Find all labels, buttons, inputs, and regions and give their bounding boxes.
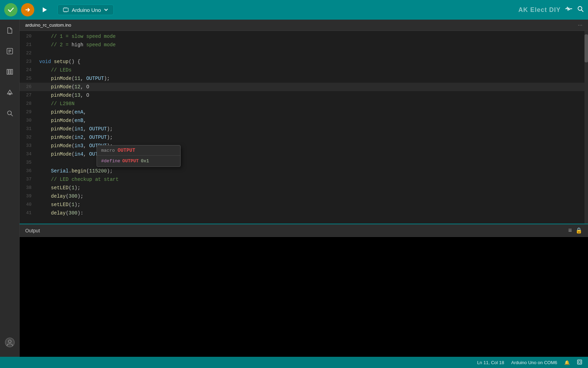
upload-button[interactable] <box>21 3 34 16</box>
svg-line-10 <box>581 10 583 12</box>
output-body <box>20 237 588 357</box>
table-row: 22 <box>20 49 588 57</box>
file-tab-more[interactable]: ⋯ <box>578 22 582 28</box>
chevron-down-icon <box>104 7 108 12</box>
table-row: 28 // L298N <box>20 100 588 108</box>
autocomplete-define-item[interactable]: #define OUTPUT 0x1 <box>101 158 176 164</box>
notification-bell-icon[interactable]: 🔔 <box>564 360 570 365</box>
sidebar-item-boards[interactable] <box>4 87 16 101</box>
scrollbar-thumb[interactable] <box>584 34 588 62</box>
output-header: Output ≡ 🔒 <box>20 224 588 237</box>
sidebar-item-library[interactable] <box>4 66 16 80</box>
debug-button[interactable] <box>38 3 51 16</box>
code-lines: 20 // 1 = slow speed mode 21 // 2 = high… <box>20 31 588 219</box>
table-row: 30 pinMode(enB, <box>20 116 588 125</box>
verify-button[interactable] <box>4 3 18 16</box>
toolbar: Arduino Uno AK Elect DIY <box>0 0 588 20</box>
board-port-status: Arduino Uno on COM6 <box>511 360 557 365</box>
autocomplete-type: macro <box>101 148 115 153</box>
code-editor[interactable]: 20 // 1 = slow speed mode 21 // 2 = high… <box>20 31 588 224</box>
file-tab-name: arduino_rc_custom.ino <box>25 22 71 28</box>
table-row: 32 pinMode(in2, OUTPUT); <box>20 133 588 142</box>
svg-rect-23 <box>578 360 582 364</box>
board-name: Arduino Uno <box>72 7 101 13</box>
main-area: arduino_rc_custom.ino ⋯ 20 // 1 = slow s… <box>0 20 588 357</box>
svg-rect-16 <box>9 69 10 74</box>
table-row: 27 pinMode(13, O <box>20 91 588 100</box>
svg-point-21 <box>5 338 14 347</box>
search-top-button[interactable] <box>577 5 584 14</box>
svg-line-20 <box>11 114 13 116</box>
vertical-scrollbar[interactable] <box>584 31 588 224</box>
sidebar-item-search[interactable] <box>4 107 16 122</box>
user-avatar[interactable] <box>3 335 17 352</box>
file-tab: arduino_rc_custom.ino ⋯ <box>20 20 588 31</box>
waveform-button[interactable] <box>565 5 573 15</box>
status-bar: Ln 11, Col 18 Arduino Uno on COM6 🔔 <box>0 357 588 368</box>
autocomplete-header: macro OUTPUT <box>97 145 180 156</box>
autocomplete-name: OUTPUT <box>118 148 135 153</box>
define-value: 0x1 <box>141 158 149 164</box>
table-row: 41 delay(300): <box>20 209 588 217</box>
table-row: 37 // LED checkup at start <box>20 175 588 184</box>
cursor-position: Ln 11, Col 18 <box>477 360 504 365</box>
board-selector[interactable]: Arduino Uno <box>57 5 114 15</box>
output-title: Output <box>25 228 40 233</box>
svg-marker-1 <box>43 7 47 12</box>
brand-label: AK Elect DIY <box>518 6 561 14</box>
table-row: 23 void setup() { <box>20 57 588 66</box>
output-lock-button[interactable]: 🔒 <box>575 227 582 234</box>
svg-rect-15 <box>7 69 8 74</box>
output-list-button[interactable]: ≡ <box>568 227 572 234</box>
svg-rect-2 <box>63 8 68 12</box>
expand-status-icon[interactable] <box>577 359 582 366</box>
svg-rect-17 <box>11 69 13 74</box>
table-row: 29 pinMode(enA, <box>20 108 588 116</box>
define-name: OUTPUT <box>122 158 139 164</box>
table-row: 20 // 1 = slow speed mode <box>20 32 588 41</box>
svg-rect-24 <box>579 361 581 363</box>
autocomplete-popup[interactable]: macro OUTPUT #define OUTPUT 0x1 <box>97 145 181 167</box>
output-icons: ≡ 🔒 <box>568 227 582 234</box>
table-row: 25 pinMode(11, OUTPUT); <box>20 74 588 83</box>
output-section: Output ≡ 🔒 <box>20 224 588 357</box>
sidebar-item-files[interactable] <box>4 25 16 39</box>
table-row: 36 Serial.begin(115200); <box>20 167 588 175</box>
autocomplete-body[interactable]: #define OUTPUT 0x1 <box>97 156 180 166</box>
table-row: 40 setLED(1); <box>20 200 588 209</box>
toolbar-right: AK Elect DIY <box>518 5 584 15</box>
table-row: 21 // 2 = high speed mode <box>20 41 588 49</box>
editor-container: arduino_rc_custom.ino ⋯ 20 // 1 = slow s… <box>20 20 588 357</box>
table-row: 39 delay(300); <box>20 192 588 200</box>
table-row: 26 pinMode(12, O <box>20 83 588 91</box>
define-keyword: #define <box>101 158 120 164</box>
table-row: 31 pinMode(in1, OUTPUT); <box>20 125 588 133</box>
sidebar-item-edit[interactable] <box>4 45 16 60</box>
table-row: 24 // LEDs <box>20 66 588 74</box>
sidebar <box>0 20 20 357</box>
table-row: 38 setLED(1); <box>20 184 588 192</box>
